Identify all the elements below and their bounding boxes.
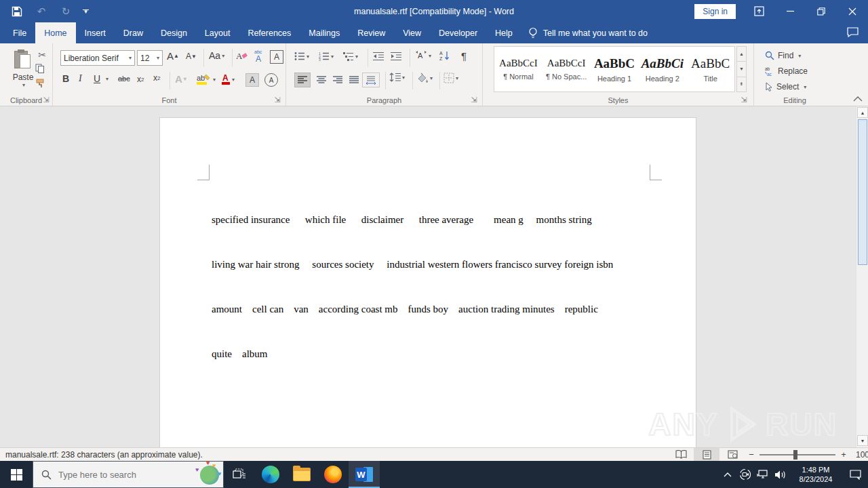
search-highlight-globe-icon[interactable]: ♥ ♥ ♥ ♥: [200, 466, 219, 485]
scrollbar-thumb[interactable]: [858, 119, 867, 265]
style-heading2[interactable]: AaBbCi Heading 2: [638, 47, 686, 92]
borders-icon[interactable]: ▾: [443, 73, 458, 83]
tab-review[interactable]: Review: [349, 22, 394, 43]
firefox-icon[interactable]: [317, 461, 349, 488]
start-button[interactable]: [0, 461, 33, 488]
web-layout-icon[interactable]: [719, 448, 745, 461]
line-spacing-icon[interactable]: ▾: [389, 73, 405, 82]
customize-qat-icon[interactable]: ▾: [83, 9, 89, 14]
style-no-spacing[interactable]: AaBbCcI ¶ No Spac...: [542, 47, 591, 92]
tray-expand-icon[interactable]: [719, 461, 736, 488]
sign-in-button[interactable]: Sign in: [694, 4, 736, 19]
shading-icon[interactable]: ▾: [416, 73, 433, 83]
tell-me-box[interactable]: Tell me what you want to do: [528, 22, 648, 43]
tab-mailings[interactable]: Mailings: [300, 22, 349, 43]
tab-draw[interactable]: Draw: [115, 22, 152, 43]
numbering-icon[interactable]: 123 ▾: [319, 52, 334, 61]
change-case-icon[interactable]: Aa▾: [209, 50, 224, 61]
action-center-icon[interactable]: [842, 461, 868, 488]
clear-formatting-icon[interactable]: A: [236, 50, 248, 61]
collapse-ribbon-icon[interactable]: [853, 96, 863, 102]
restore-button[interactable]: [806, 0, 837, 22]
tab-layout[interactable]: Layout: [196, 22, 239, 43]
tab-home[interactable]: Home: [35, 22, 75, 43]
zoom-slider[interactable]: [760, 454, 835, 455]
styles-scroll-up-icon[interactable]: ▲: [736, 46, 747, 62]
network-icon[interactable]: [754, 461, 772, 488]
styles-scroll-down-icon[interactable]: ▼: [736, 62, 747, 77]
read-mode-icon[interactable]: [668, 448, 694, 461]
taskbar-clock[interactable]: 1:48 PM 8/23/2024: [793, 465, 838, 484]
tab-view[interactable]: View: [394, 22, 430, 43]
document-page[interactable]: specified insurance which file disclaime…: [159, 117, 696, 447]
search-input[interactable]: [58, 470, 167, 480]
underline-caret-icon[interactable]: ▾: [104, 76, 108, 82]
meet-now-icon[interactable]: [736, 461, 754, 488]
comments-icon[interactable]: [847, 27, 859, 37]
strikethrough-icon[interactable]: abc: [118, 75, 130, 83]
align-right-icon[interactable]: [330, 73, 346, 87]
taskbar-search[interactable]: ♥ ♥ ♥ ♥: [33, 461, 224, 488]
align-center-icon[interactable]: [313, 73, 330, 87]
select-button[interactable]: Select▾: [765, 80, 806, 94]
tab-developer[interactable]: Developer: [430, 22, 486, 43]
copy-icon[interactable]: [35, 64, 45, 73]
enclose-characters-icon[interactable]: A: [264, 73, 278, 87]
bullets-icon[interactable]: ▾: [294, 52, 309, 61]
decrease-indent-icon[interactable]: [373, 52, 384, 61]
redo-icon[interactable]: ↻: [58, 4, 73, 19]
zoom-level[interactable]: 100%: [856, 450, 868, 460]
minimize-button[interactable]: [774, 0, 806, 22]
zoom-in-icon[interactable]: +: [838, 449, 849, 460]
cut-icon[interactable]: ✂: [35, 49, 49, 61]
edge-icon[interactable]: [255, 461, 286, 488]
tab-references[interactable]: References: [239, 22, 300, 43]
superscript-icon[interactable]: x2: [153, 73, 160, 83]
subscript-icon[interactable]: x2: [137, 75, 144, 84]
phonetic-guide-icon[interactable]: abcA: [253, 49, 265, 62]
file-explorer-icon[interactable]: [286, 461, 317, 488]
character-border-icon[interactable]: A: [270, 50, 283, 64]
styles-more-icon[interactable]: ⇟: [736, 77, 747, 92]
tab-insert[interactable]: Insert: [76, 22, 115, 43]
italic-icon[interactable]: I: [79, 73, 82, 84]
tab-design[interactable]: Design: [152, 22, 196, 43]
word-taskbar-icon[interactable]: W: [349, 461, 380, 488]
volume-icon[interactable]: [772, 461, 789, 488]
text-effects-icon[interactable]: A▾: [175, 73, 186, 85]
font-size-select[interactable]: 12▾: [137, 50, 163, 66]
document-text[interactable]: specified insurance which file disclaime…: [212, 182, 613, 391]
underline-icon[interactable]: U: [94, 73, 100, 84]
shrink-font-icon[interactable]: A▼: [186, 52, 197, 61]
zoom-out-icon[interactable]: −: [746, 449, 757, 460]
character-shading-icon[interactable]: A: [245, 73, 259, 87]
save-icon[interactable]: [9, 4, 24, 19]
tab-help[interactable]: Help: [486, 22, 521, 43]
font-name-select[interactable]: Liberation Serif▾: [60, 50, 135, 66]
scroll-up-icon[interactable]: ▲: [857, 107, 868, 118]
scroll-down-icon[interactable]: ▼: [857, 435, 868, 446]
font-color-icon[interactable]: A ▾: [221, 73, 235, 85]
task-view-button[interactable]: [224, 461, 255, 488]
style-normal[interactable]: AaBbCcI ¶ Normal: [494, 47, 542, 92]
justify-icon[interactable]: [346, 73, 362, 87]
status-message[interactable]: manualsale.rtf: 238 characters (an appro…: [5, 448, 203, 461]
ribbon-display-options-icon[interactable]: [743, 0, 774, 22]
show-hide-paragraph-icon[interactable]: ¶: [461, 50, 467, 62]
tab-file[interactable]: File: [4, 22, 35, 43]
align-left-icon[interactable]: [294, 73, 311, 87]
bold-icon[interactable]: B: [62, 73, 69, 84]
print-layout-icon[interactable]: [694, 448, 719, 461]
paste-button[interactable]: Paste ▾: [8, 47, 38, 96]
zoom-slider-thumb[interactable]: [793, 450, 797, 460]
close-button[interactable]: [837, 0, 868, 22]
find-button[interactable]: Find▾: [765, 49, 801, 62]
sort-icon[interactable]: AZ: [439, 50, 450, 61]
replace-button[interactable]: abac Replace: [765, 64, 808, 78]
increase-indent-icon[interactable]: [391, 52, 401, 61]
distribute-icon[interactable]: [362, 73, 380, 87]
text-highlight-icon[interactable]: ab ▾: [197, 73, 216, 85]
format-painter-icon[interactable]: [35, 79, 45, 89]
style-title[interactable]: AaBbC Title: [686, 47, 734, 92]
vertical-scrollbar[interactable]: ▲ ▼: [856, 106, 868, 447]
